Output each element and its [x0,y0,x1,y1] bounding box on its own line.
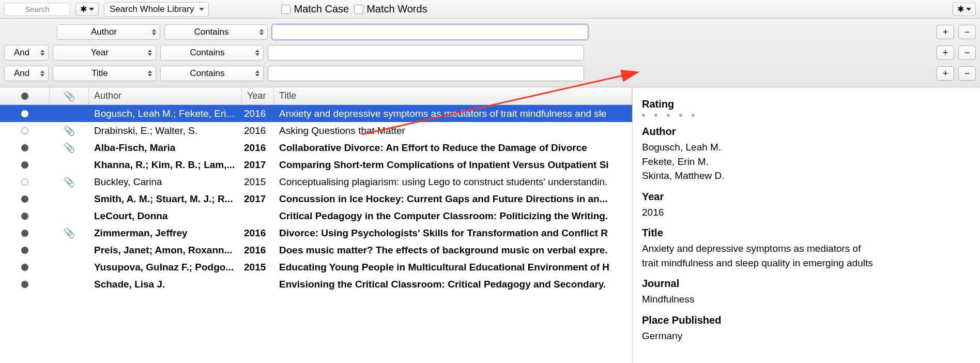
updown-icon [39,50,48,56]
column-title[interactable]: Title [274,87,632,104]
table-row[interactable]: 📎Buckley, Carina2015Conceptualising plag… [0,173,632,190]
title-cell: Concussion in Ice Hockey: Current Gaps a… [274,190,632,207]
place-published-label: Place Published [642,313,971,328]
table-row[interactable]: Khanna, R.; Kim, R. B.; Lam,...2017Compa… [0,156,632,173]
add-criterion-button[interactable]: + [937,46,954,60]
attachment-indicator[interactable] [50,156,89,173]
attachment-indicator[interactable] [50,241,89,259]
title-cell: Comparing Short-term Complications of In… [274,156,632,173]
advanced-row: AndYearContains+− [0,42,980,63]
read-status[interactable] [0,173,50,190]
add-criterion-button[interactable]: + [937,25,954,39]
read-status[interactable] [0,190,50,207]
remove-criterion-button[interactable]: − [958,25,976,39]
attachment-indicator[interactable]: 📎 [50,173,89,190]
attachment-indicator[interactable] [50,105,89,122]
read-status[interactable] [0,224,50,241]
column-author[interactable]: Author [89,87,242,104]
attachment-indicator[interactable] [50,276,89,293]
attachment-indicator[interactable] [50,259,89,276]
logic-op-select[interactable]: And [4,45,49,61]
read-status[interactable] [0,122,50,139]
updown-icon [146,50,156,56]
title-cell: Collaborative Divorce: An Effort to Redu… [274,139,632,156]
search-value-input[interactable] [272,24,588,40]
advanced-row: AndTitleContains+− [0,63,980,84]
read-dot-icon [21,264,28,271]
remove-criterion-button[interactable]: − [958,46,976,60]
attachment-indicator[interactable] [50,190,89,207]
title-cell: Educating Young People in Multicultural … [274,259,632,276]
read-status[interactable] [0,259,50,276]
journal-value: Mindfulness [642,292,971,307]
search-input[interactable]: Search [4,3,70,16]
table-row[interactable]: 📎Zimmerman, Jeffrey2016Divorce: Using Ps… [0,224,632,241]
author-cell: Bogusch, Leah M.; Fekete, Eri... [89,105,242,122]
author-line: Bogusch, Leah M. [642,140,971,155]
match-mode-select[interactable]: Contains [164,24,268,40]
table-row[interactable]: Preis, Janet; Amon, Roxann...2016Does mu… [0,241,632,259]
read-dot-icon [21,144,28,152]
logic-op-label: And [5,68,39,79]
attachment-indicator[interactable]: 📎 [50,139,89,156]
author-cell: Alba-Fisch, Maria [89,139,242,156]
field-select[interactable]: Title [53,66,156,81]
year-cell: 2015 [242,173,274,190]
read-dot-icon [21,127,28,134]
year-cell [242,207,274,224]
read-status[interactable] [0,207,50,224]
table-row[interactable]: 📎Alba-Fisch, Maria2016Collaborative Divo… [0,139,632,156]
read-dot-icon [21,281,28,288]
match-mode-select[interactable]: Contains [160,45,264,61]
add-criterion-button[interactable]: + [937,66,954,81]
attachment-indicator[interactable] [50,207,89,224]
match-mode-label: Contains [165,27,258,37]
read-dot-icon [21,230,28,237]
rating-dot-icon [679,114,682,117]
attachment-indicator[interactable]: 📎 [50,224,89,241]
title-cell: Envisioning the Critical Classroom: Crit… [274,276,632,293]
gear-icon: ✱ [957,4,964,14]
field-select[interactable]: Year [53,45,156,61]
read-status[interactable] [0,139,50,156]
logic-op-select[interactable]: And [4,66,49,81]
table-row[interactable]: Yusupova, Gulnaz F.; Podgo...2015Educati… [0,259,632,276]
read-status[interactable] [0,241,50,259]
table-row[interactable]: 📎Drabinski, E.; Walter, S.2016Asking Que… [0,122,632,139]
top-toolbar: Search ✱ Search Whole Library Match Case… [0,0,980,19]
toolbar-gear-button[interactable]: ✱ [75,3,99,16]
rating-dot-icon [667,114,670,117]
attachment-indicator[interactable]: 📎 [50,122,89,139]
match-mode-label: Contains [161,68,254,79]
search-value-input[interactable] [268,66,584,81]
year-cell: 2016 [242,139,274,156]
search-scope-select[interactable]: Search Whole Library [104,2,209,17]
year-label: Year [642,189,971,204]
rating-control[interactable] [642,114,971,117]
column-read[interactable] [0,87,50,104]
field-select[interactable]: Author [57,24,160,40]
year-cell: 2016 [242,224,274,241]
read-status[interactable] [0,156,50,173]
read-status[interactable] [0,105,50,122]
year-cell: 2015 [242,259,274,276]
match-case-checkbox[interactable]: Match Case [281,3,349,15]
table-row[interactable]: Smith, A. M.; Stuart, M. J.; R...2017Con… [0,190,632,207]
column-attach[interactable]: 📎 [50,87,89,104]
title-cell: Divorce: Using Psychologists' Skills for… [274,224,632,241]
read-status[interactable] [0,276,50,293]
table-row[interactable]: Bogusch, Leah M.; Fekete, Eri...2016Anxi… [0,105,632,122]
author-cell: Preis, Janet; Amon, Roxann... [89,241,242,259]
chevron-down-icon [966,8,971,11]
table-row[interactable]: Schade, Lisa J.Envisioning the Critical … [0,276,632,293]
match-words-label: Match Words [366,3,427,15]
match-mode-select[interactable]: Contains [160,66,264,81]
search-value-input[interactable] [268,45,584,61]
remove-criterion-button[interactable]: − [958,66,976,81]
column-year[interactable]: Year [242,87,274,104]
match-words-checkbox[interactable]: Match Words [354,3,427,15]
table-row[interactable]: LeCourt, DonnaCritical Pedagogy in the C… [0,207,632,224]
logic-op-label: And [5,48,39,58]
panel-gear-button[interactable]: ✱ [953,3,976,16]
title-value: Anxiety and depressive symptoms as media… [642,241,880,270]
